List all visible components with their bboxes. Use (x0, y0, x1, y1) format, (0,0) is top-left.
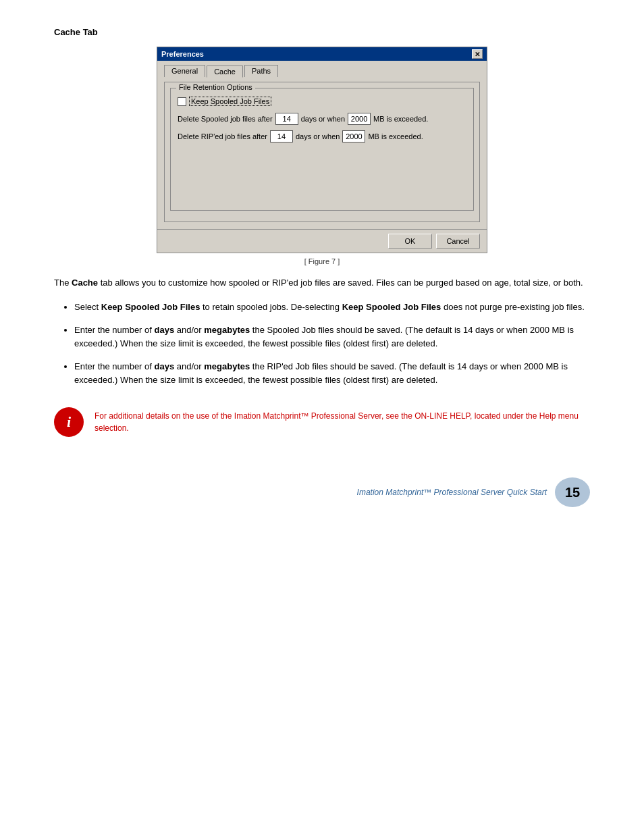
dialog-tabs: General Cache Paths (164, 65, 480, 77)
bullet-item-2: Enter the number of days and/or megabyte… (74, 323, 590, 350)
cache-bold: Cache (72, 278, 98, 288)
footer-text: Imation Matchprint™ Professional Server … (357, 488, 547, 497)
riped-mb-input[interactable] (342, 130, 365, 142)
preferences-dialog: Preferences ✕ General Cache Paths File R… (157, 47, 487, 253)
keep-spooled-checkbox[interactable] (178, 97, 186, 106)
dialog-close-button[interactable]: ✕ (472, 49, 483, 59)
delete-riped-suffix: MB is exceeded. (368, 132, 423, 140)
bullet-item-3: Enter the number of days and/or megabyte… (74, 360, 590, 387)
delete-spooled-row: Delete Spooled job files after days or w… (178, 113, 466, 125)
info-note: i For additional details on the use of t… (54, 407, 590, 437)
tab-cache[interactable]: Cache (207, 66, 243, 78)
dialog-titlebar: Preferences ✕ (157, 47, 487, 61)
ok-button[interactable]: OK (388, 234, 432, 249)
dialog-footer: OK Cancel (157, 229, 487, 253)
page-heading: Cache Tab (54, 27, 590, 37)
delete-spooled-suffix: MB is exceeded. (373, 115, 428, 123)
bullet-list: Select Keep Spooled Job Files to retain … (74, 301, 590, 388)
info-icon-text: i (67, 413, 71, 431)
dialog-body: General Cache Paths File Retention Optio… (157, 61, 487, 229)
tab-content: File Retention Options Keep Spooled Job … (164, 82, 480, 222)
page-footer: Imation Matchprint™ Professional Server … (54, 477, 590, 507)
delete-riped-row: Delete RIP'ed job files after days or wh… (178, 130, 466, 142)
keep-spooled-label: Keep Spooled Job Files (189, 97, 271, 106)
spooled-mb-input[interactable] (348, 113, 371, 125)
delete-spooled-prefix: Delete Spooled job files after (178, 115, 273, 123)
days-bold-2: days (155, 361, 175, 371)
dialog-spacer (178, 148, 466, 202)
tab-general[interactable]: General (164, 65, 205, 77)
info-icon: i (54, 407, 84, 437)
tab-paths[interactable]: Paths (244, 65, 278, 77)
keep-spooled-row: Keep Spooled Job Files (178, 97, 466, 106)
megabytes-bold-2: megabytes (204, 361, 250, 371)
spooled-days-input[interactable] (275, 113, 298, 125)
file-retention-group: File Retention Options Keep Spooled Job … (170, 88, 474, 211)
info-text: For additional details on the use of the… (95, 407, 590, 434)
dialog-wrapper: Preferences ✕ General Cache Paths File R… (54, 47, 590, 265)
cancel-button[interactable]: Cancel (436, 234, 480, 249)
days-bold-1: days (155, 325, 175, 335)
riped-days-input[interactable] (270, 130, 293, 142)
page-number-badge: 15 (555, 477, 590, 507)
body-intro: The Cache tab allows you to customize ho… (54, 276, 590, 290)
delete-riped-middle: days or when (296, 132, 340, 140)
group-box-legend: File Retention Options (176, 83, 255, 91)
bullet-item-1: Select Keep Spooled Job Files to retain … (74, 301, 590, 314)
delete-spooled-middle: days or when (301, 115, 345, 123)
figure-caption: [ Figure 7 ] (304, 257, 340, 265)
delete-riped-prefix: Delete RIP'ed job files after (178, 132, 267, 140)
keep-spooled-bold-1: Keep Spooled Job Files (101, 302, 200, 312)
keep-spooled-bold-2: Keep Spooled Job Files (342, 302, 441, 312)
dialog-title: Preferences (161, 50, 204, 58)
megabytes-bold-1: megabytes (204, 325, 250, 335)
